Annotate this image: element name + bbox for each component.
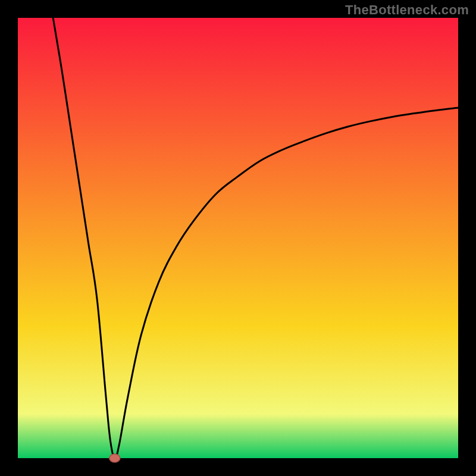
plot-background [18, 18, 458, 458]
bottleneck-chart [0, 0, 476, 476]
minimum-marker [109, 454, 120, 462]
chart-frame: TheBottleneck.com [0, 0, 476, 476]
watermark-text: TheBottleneck.com [345, 2, 469, 18]
